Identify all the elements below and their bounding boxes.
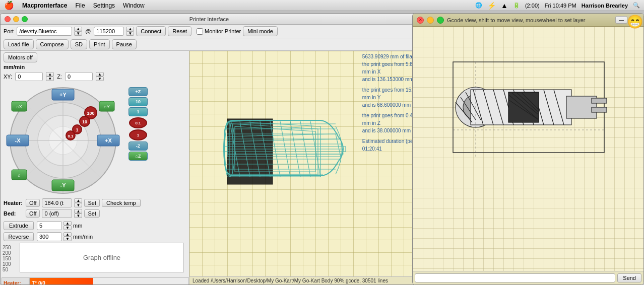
search-icon[interactable]: 🔍 (633, 2, 640, 9)
send-button[interactable]: Send (617, 273, 641, 282)
port-stepper[interactable]: ▲ ▼ (74, 27, 82, 36)
heater-bar-track: T° 0/0 (29, 277, 189, 284)
duration-label: Estimated duration (pes (362, 137, 416, 145)
connect-button[interactable]: Connect (136, 26, 166, 36)
close-button[interactable] (5, 16, 11, 22)
speed-down[interactable]: ▼ (63, 237, 72, 241)
monitor-check[interactable]: Monitor Printer (197, 28, 241, 35)
port-input[interactable] (17, 27, 72, 36)
bed-stepper[interactable]: ▲ ▼ (74, 209, 82, 218)
heater-temp-input[interactable] (42, 198, 72, 207)
svg-text:10: 10 (82, 119, 87, 124)
amount-up[interactable]: ▲ (63, 221, 72, 226)
print-button[interactable]: Print (89, 39, 110, 49)
app-name[interactable]: Macpronterface (22, 2, 67, 9)
baud-up[interactable]: ▲ (126, 27, 134, 31)
main-window: Printer Interface Port ▲ ▼ @ ▲ ▼ Connect… (0, 13, 418, 285)
goes-from-z: the print goes from 0.4( (362, 112, 416, 119)
heater-off-button[interactable]: Off (26, 199, 40, 207)
gcode-collapse-btn[interactable]: — (615, 16, 627, 24)
xy-up[interactable]: ▲ (46, 72, 54, 77)
status-bars: Heater: T° 0/0 Bed: T° 0/0 (1, 276, 189, 284)
graph-offline-text: Graph offline (83, 254, 120, 261)
z-plus-btn[interactable]: +Z (128, 87, 148, 96)
gcode-window: ✕ Gcode view, shift to move view, mousew… (412, 13, 644, 285)
heater-temp-up[interactable]: ▲ (74, 198, 82, 203)
gcode-close-button[interactable]: ✕ (417, 17, 424, 24)
bed-set-button[interactable]: Set (84, 209, 100, 218)
z-minus-btn[interactable]: -Z (128, 141, 148, 151)
baud-stepper[interactable]: ▲ ▼ (126, 27, 134, 36)
check-temp-button[interactable]: Check temp (102, 199, 141, 207)
y-250: 250 (3, 245, 16, 250)
left-panel: Motors off mm/min XY: ▲ ▼ Z: ▲ ▼ (1, 51, 189, 284)
extrude-amount-input[interactable] (37, 221, 62, 230)
extrude-speed-input[interactable] (37, 232, 62, 241)
z-10-btn[interactable]: 10 (128, 97, 148, 106)
graph-y-axis: 250 200 150 100 50 (3, 243, 17, 274)
z-1-circle-btn[interactable]: 1 (129, 129, 147, 140)
pause-button[interactable]: Pause (112, 39, 137, 49)
speed-up[interactable]: ▲ (63, 232, 72, 237)
motors-off-button[interactable]: Motors off (4, 52, 37, 62)
apple-menu[interactable]: 🍎 (4, 1, 14, 10)
bed-temp-input[interactable] (42, 209, 72, 218)
svg-rect-60 (592, 98, 607, 103)
menu-user: Harrison Brearley (582, 3, 628, 9)
bed-off-button[interactable]: Off (26, 209, 40, 218)
extrude-col: Extrude Reverse (4, 221, 34, 241)
z-stepper[interactable]: ▲ ▼ (96, 72, 104, 81)
globe-icon: 🌐 (475, 2, 482, 9)
bed-temp-up[interactable]: ▲ (74, 209, 82, 213)
heater-stepper[interactable]: ▲ ▼ (74, 198, 82, 207)
send-area: Send (413, 271, 643, 284)
menu-file[interactable]: File (75, 2, 85, 9)
gcode-expand-button[interactable] (437, 17, 444, 24)
heater-temp-down[interactable]: ▼ (74, 203, 82, 207)
xy-stepper[interactable]: ▲ ▼ (46, 72, 54, 81)
sd-button[interactable]: SD (71, 39, 87, 49)
y-200: 200 (3, 250, 16, 256)
content-area: Motors off mm/min XY: ▲ ▼ Z: ▲ ▼ (1, 51, 418, 284)
monitor-checkbox[interactable] (197, 28, 203, 35)
mini-mode-button[interactable]: Mini mode (243, 26, 278, 36)
title-bar: Printer Interface (1, 14, 418, 25)
reverse-button[interactable]: Reverse (4, 232, 34, 241)
send-input[interactable] (415, 273, 615, 282)
gcode-minimize-button[interactable] (427, 17, 434, 24)
port-up[interactable]: ▲ (74, 27, 82, 31)
z-1-btn[interactable]: 1 (128, 107, 148, 116)
is-x: and is 136.153000 mm (362, 76, 416, 83)
extrude-button[interactable]: Extrude (4, 221, 34, 230)
xy-down[interactable]: ▼ (46, 77, 54, 81)
compose-button[interactable]: Compose (36, 39, 69, 49)
z-speed-label: Z: (57, 74, 62, 80)
xy-input[interactable] (15, 72, 43, 81)
amount-stepper[interactable]: ▲ ▼ (63, 221, 72, 230)
speed-stepper[interactable]: ▲ ▼ (63, 232, 72, 241)
z-down[interactable]: ▼ (96, 77, 104, 81)
load-file-button[interactable]: Load file (4, 39, 34, 49)
port-down[interactable]: ▼ (74, 31, 82, 36)
z-01-btn[interactable]: 0.1 (129, 117, 147, 128)
baud-input[interactable] (94, 27, 124, 36)
bed-temp-down[interactable]: ▼ (74, 213, 82, 218)
menu-window[interactable]: Window (123, 2, 145, 9)
y-50: 50 (3, 267, 16, 272)
maximize-button[interactable] (22, 16, 28, 22)
svg-text:0.1: 0.1 (68, 134, 74, 138)
reset-button[interactable]: Reset (168, 26, 191, 36)
z-up[interactable]: ▲ (96, 72, 104, 77)
heater-set-button[interactable]: Set (84, 199, 100, 207)
bluetooth-icon: ⚡ (487, 2, 496, 10)
z-speed-input[interactable] (65, 72, 93, 81)
bed-row: Bed: Off ▲ ▼ Set (4, 209, 186, 218)
z-home-btn[interactable]: ⌂Z (128, 152, 148, 161)
menu-settings[interactable]: Settings (93, 2, 115, 9)
baud-down[interactable]: ▼ (126, 31, 134, 36)
minimize-button[interactable] (13, 16, 19, 22)
battery-icon: 🔋 (513, 2, 520, 9)
svg-text:⌂X: ⌂X (16, 104, 22, 109)
goes-from-y: the print goes from 15.( (362, 86, 416, 94)
amount-down[interactable]: ▼ (63, 226, 72, 230)
